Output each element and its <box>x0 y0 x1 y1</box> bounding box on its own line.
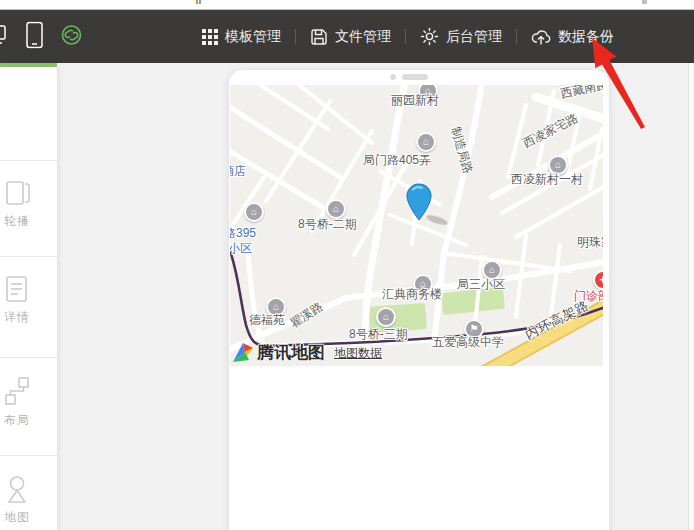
save-icon <box>310 28 328 46</box>
sidebar-item-layout[interactable]: 布局 <box>0 357 57 455</box>
desktop-preview-icon[interactable] <box>0 24 9 50</box>
palette-spacer <box>0 67 57 160</box>
map-data-link[interactable]: 地图数据 <box>334 345 382 364</box>
sidebar-item-label: 布局 <box>4 412 30 429</box>
sidebar-item-detail[interactable]: 详情 <box>0 256 57 357</box>
page-builder-app: { "topbar": { "menu_items": [ {"id": "te… <box>0 0 694 530</box>
poi-home-icon: ⌂ <box>244 202 264 222</box>
map-widget[interactable]: 丽园新村西藏南路酒店局门路405弄制造局路西凌家宅路西凌新村一村明珠家园8号桥-… <box>230 85 603 366</box>
browser-speck <box>199 0 201 4</box>
browser-edge-strip <box>0 0 694 10</box>
poi-home-icon: ⌂ <box>548 155 568 175</box>
map-pin-icon <box>3 474 31 503</box>
phone-speaker-icon <box>402 74 428 80</box>
poi-home-icon: ⌂ <box>416 132 436 152</box>
browser-speck <box>642 0 647 4</box>
poi-home-icon: ⌂ <box>482 260 502 280</box>
cloud-upload-icon <box>531 28 551 45</box>
phone-preview: 丽园新村西藏南路酒店局门路405弄制造局路西凌家宅路西凌新村一村明珠家园8号桥-… <box>229 70 609 530</box>
gear-icon <box>420 27 439 46</box>
tencent-logo-text: 腾讯地图 <box>257 341 325 364</box>
poi-school-icon: ⚑ <box>464 319 484 339</box>
menu-item-label: 文件管理 <box>335 28 391 46</box>
layout-icon <box>3 376 31 406</box>
component-palette: 轮播详情布局地图 <box>0 67 58 530</box>
sidebar-item-map[interactable]: 地图 <box>0 455 57 530</box>
menu-item-admin[interactable]: 后台管理 <box>420 27 502 46</box>
tencent-maps-logo: 腾讯地图 <box>232 341 325 364</box>
sidebar-item-label: 轮播 <box>4 213 30 230</box>
menu-item-file[interactable]: 文件管理 <box>310 28 391 46</box>
poi-building-icon: ⌂ <box>376 307 396 327</box>
share-link-icon[interactable] <box>61 24 82 49</box>
toolbar-menu: 模板管理文件管理后台管理数据备份 <box>202 10 614 63</box>
menu-item-template[interactable]: 模板管理 <box>202 28 281 46</box>
poi-home-icon: ⌂ <box>326 199 346 219</box>
poi-building-icon: ⌂ <box>413 274 433 294</box>
sidebar-item-label: 详情 <box>4 309 30 326</box>
phone-camera-icon <box>390 74 396 80</box>
menu-separator <box>516 29 517 44</box>
browser-speck <box>196 0 198 4</box>
carousel-icon <box>2 179 32 207</box>
menu-item-label: 后台管理 <box>446 28 502 46</box>
mobile-preview-icon[interactable] <box>26 21 43 52</box>
detail-icon <box>3 275 31 303</box>
grid-icon <box>202 29 218 45</box>
menu-item-backup[interactable]: 数据备份 <box>531 28 614 46</box>
menu-item-label: 模板管理 <box>225 28 281 46</box>
sidebar-item-label: 地图 <box>4 509 30 526</box>
scrollbar[interactable] <box>688 63 694 530</box>
menu-separator <box>295 29 296 44</box>
toolbar: 模板管理文件管理后台管理数据备份 <box>0 10 694 63</box>
poi-home-icon: ⌂ <box>266 297 286 317</box>
sidebar-item-carousel[interactable]: 轮播 <box>0 160 57 256</box>
tencent-logo-icon <box>232 342 254 364</box>
menu-separator <box>405 29 406 44</box>
map-pin-icon <box>406 183 456 231</box>
map-attribution: 腾讯地图 地图数据 <box>232 341 382 364</box>
menu-item-label: 数据备份 <box>558 28 614 46</box>
